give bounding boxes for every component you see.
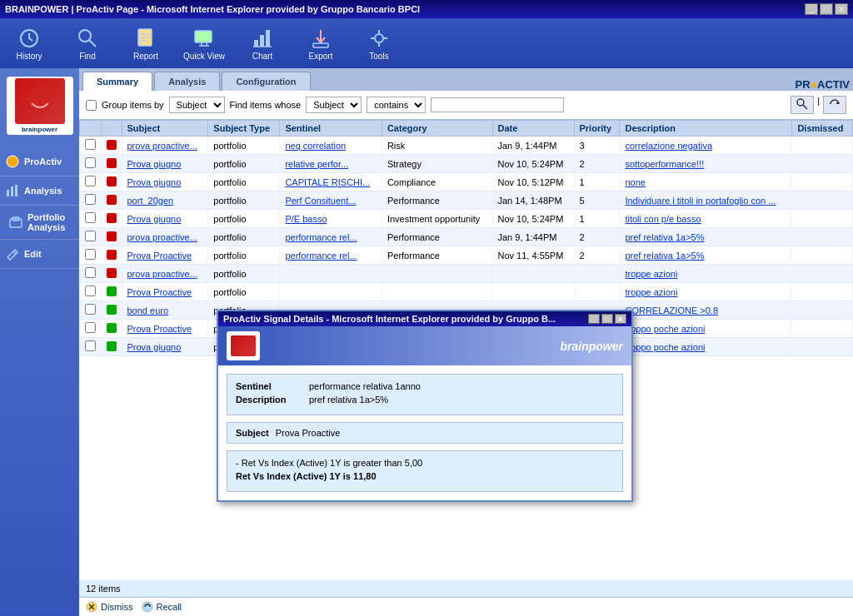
col-check bbox=[80, 121, 102, 137]
sentinel-link[interactable]: Perf Consituent... bbox=[285, 196, 356, 206]
row-checkbox[interactable] bbox=[85, 286, 96, 296]
description-link[interactable]: troppe azioni bbox=[625, 287, 677, 297]
history-label: History bbox=[16, 52, 42, 61]
description-link[interactable]: correlazione negativa bbox=[625, 141, 712, 151]
modal-logo-icon bbox=[231, 335, 256, 356]
row-description: pref relativa 1a>5% bbox=[620, 228, 792, 246]
description-link[interactable]: CORRELAZIONE >0.8 bbox=[625, 306, 718, 315]
sentinel-link[interactable]: CAPITALE RISCHI... bbox=[285, 177, 370, 187]
toolbar-tools[interactable]: Tools bbox=[358, 27, 400, 61]
row-checkbox[interactable] bbox=[85, 267, 96, 278]
refresh-button[interactable] bbox=[823, 96, 846, 114]
recall-button[interactable]: Recall bbox=[142, 601, 182, 613]
group-by-select[interactable]: Subject bbox=[169, 97, 225, 113]
brainpower-logo-icon bbox=[15, 78, 65, 124]
row-checkbox-cell bbox=[80, 246, 102, 265]
search-button[interactable] bbox=[791, 96, 814, 114]
row-checkbox[interactable] bbox=[85, 176, 96, 186]
sentinel-link[interactable]: relative perfor... bbox=[285, 159, 348, 169]
proactiv-nav-icon bbox=[5, 154, 20, 169]
toolbar-history[interactable]: History bbox=[8, 27, 50, 61]
sentinel-link[interactable]: performance rel... bbox=[285, 232, 357, 242]
row-subject: Prova Proactive bbox=[122, 246, 208, 265]
row-indicator-cell bbox=[101, 246, 122, 265]
table-row: Prova Proactive portfolio troppe azioni bbox=[80, 283, 853, 301]
row-checkbox[interactable] bbox=[85, 194, 96, 205]
subject-link[interactable]: Prova giugno bbox=[127, 177, 182, 187]
description-link[interactable]: Individuare i titoli in portafoglio con … bbox=[625, 196, 776, 206]
tab-configuration[interactable]: Configuration bbox=[222, 72, 310, 91]
sidebar-item-proactiv[interactable]: ProActiv bbox=[0, 147, 79, 176]
row-sentinel: relative perfor... bbox=[280, 155, 382, 173]
svg-line-24 bbox=[803, 105, 807, 109]
description-link[interactable]: troppo poche azioni bbox=[625, 342, 705, 352]
description-link[interactable]: pref relativa 1a>5% bbox=[625, 251, 704, 261]
subject-link[interactable]: prova proactive... bbox=[127, 269, 197, 279]
row-checkbox[interactable] bbox=[85, 157, 96, 168]
sentinel-link[interactable]: performance rel... bbox=[285, 251, 357, 261]
sentinel-link[interactable]: P/E basso bbox=[285, 214, 327, 224]
toolbar-chart[interactable]: Chart bbox=[242, 27, 283, 61]
subject-link[interactable]: prova proactive... bbox=[127, 141, 197, 151]
svg-rect-8 bbox=[254, 40, 258, 47]
row-checkbox[interactable] bbox=[85, 304, 96, 315]
close-button[interactable]: X bbox=[835, 3, 848, 15]
find-field-select[interactable]: Subject bbox=[306, 97, 362, 113]
description-link[interactable]: sottoperformance!!! bbox=[625, 159, 704, 169]
col-date: Date bbox=[492, 121, 574, 137]
description-link[interactable]: pref relativa 1a>5% bbox=[625, 232, 704, 242]
modal-maximize[interactable]: □ bbox=[601, 314, 613, 324]
sidebar-item-analysis[interactable]: Analysis bbox=[0, 176, 79, 206]
subject-link[interactable]: Prova Proactive bbox=[127, 287, 192, 297]
modal-branding: brainpower bbox=[561, 340, 623, 353]
sidebar-item-portfolio-analysis[interactable]: PortfolioAnalysis bbox=[0, 206, 79, 240]
subject-link[interactable]: Prova giugno bbox=[127, 159, 182, 169]
row-checkbox[interactable] bbox=[85, 249, 96, 260]
modal-close[interactable]: X bbox=[615, 314, 626, 324]
col-subject-type: Subject Type bbox=[208, 121, 280, 137]
find-value-input[interactable] bbox=[431, 97, 564, 112]
row-checkbox[interactable] bbox=[85, 322, 96, 333]
window-controls[interactable]: _ □ X bbox=[805, 3, 848, 15]
subject-link[interactable]: port_20gen bbox=[127, 196, 174, 206]
signal-details-modal[interactable]: ProActiv Signal Details - Microsoft Inte… bbox=[217, 310, 633, 502]
row-checkbox[interactable] bbox=[85, 212, 96, 223]
row-checkbox[interactable] bbox=[85, 340, 96, 351]
subject-link[interactable]: Prova giugno bbox=[127, 342, 182, 352]
sentinel-link[interactable]: neq correlation bbox=[285, 141, 346, 151]
table-row: port_20gen portfolio Perf Consituent... … bbox=[80, 191, 853, 210]
sidebar-item-edit[interactable]: Edit bbox=[0, 240, 79, 269]
description-link[interactable]: none bbox=[625, 177, 645, 187]
maximize-button[interactable]: □ bbox=[820, 3, 833, 15]
group-items-checkbox[interactable] bbox=[86, 100, 97, 111]
modal-controls[interactable]: _ □ X bbox=[588, 314, 626, 324]
dismiss-button[interactable]: Dismiss bbox=[86, 601, 133, 613]
row-checkbox[interactable] bbox=[85, 139, 96, 150]
toolbar-report[interactable]: Report bbox=[125, 27, 167, 61]
toolbar-export[interactable]: Export bbox=[300, 27, 342, 61]
find-operator-select[interactable]: contains bbox=[367, 97, 426, 113]
minimize-button[interactable]: _ bbox=[805, 3, 818, 15]
tab-analysis[interactable]: Analysis bbox=[154, 72, 220, 91]
col-indicator bbox=[101, 121, 122, 137]
subject-link[interactable]: Prova Proactive bbox=[127, 251, 192, 261]
row-indicator bbox=[107, 140, 117, 150]
row-dismissed bbox=[792, 228, 853, 246]
row-checkbox[interactable] bbox=[85, 231, 96, 241]
modal-minimize[interactable]: _ bbox=[588, 314, 600, 324]
description-link[interactable]: troppe azioni bbox=[625, 269, 677, 279]
modal-title: ProActiv Signal Details - Microsoft Inte… bbox=[223, 314, 556, 324]
description-link[interactable]: titoli con p/e basso bbox=[625, 214, 701, 224]
description-link[interactable]: troppo poche azioni bbox=[625, 324, 705, 334]
subject-link[interactable]: Prova giugno bbox=[127, 214, 182, 224]
toolbar-find[interactable]: Find bbox=[67, 27, 108, 61]
row-category bbox=[382, 265, 492, 283]
tab-summary[interactable]: Summary bbox=[82, 72, 152, 91]
subject-link[interactable]: Prova Proactive bbox=[127, 324, 192, 334]
dismiss-icon bbox=[86, 601, 97, 613]
modal-sentinel-value: performance relativa 1anno bbox=[309, 381, 421, 391]
subject-link[interactable]: bond euro bbox=[127, 306, 169, 315]
subject-link[interactable]: prova proactive... bbox=[127, 232, 197, 242]
row-indicator bbox=[107, 268, 117, 278]
toolbar-quickview[interactable]: Quick View bbox=[183, 27, 225, 61]
